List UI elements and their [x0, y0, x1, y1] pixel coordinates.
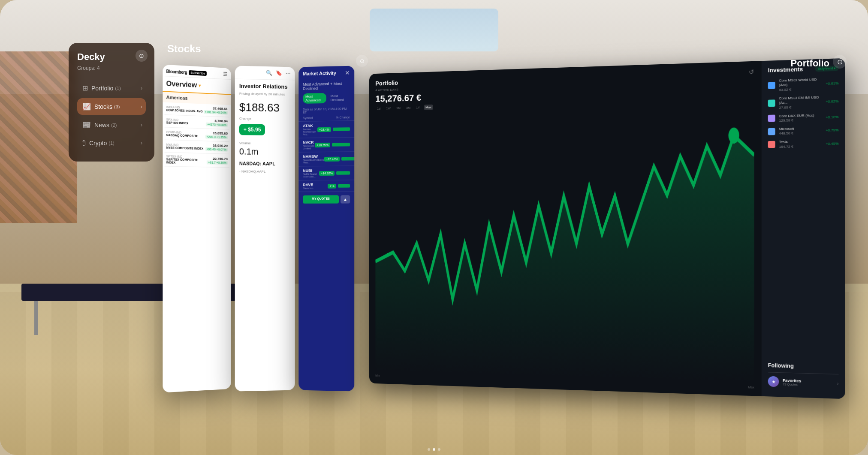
change-atak: +18.4%	[317, 127, 331, 132]
symbol-nubi: NUBI	[303, 168, 319, 173]
sidebar-groups-label: Groups: 4	[77, 65, 146, 71]
cards-area: Bloomberg Subscribe ☰ Overview ▾ America…	[163, 66, 834, 391]
bloomberg-table: INDU-IND DOW JONES INDUS. AVG 37,468.61 …	[163, 102, 231, 168]
stocks-section-header: Stocks	[167, 43, 201, 55]
market-row: ATAK Aurora Technology Acq... +18.4%	[298, 121, 354, 138]
investment-color-microsoft	[768, 128, 775, 135]
investment-item-msci-em: Core MSCI EM IMI USD (Ac... 27.69 € +0.0…	[768, 95, 839, 110]
market-card-close-icon[interactable]: ✕	[345, 69, 350, 76]
crypto-icon: ₿	[82, 139, 86, 147]
desc-nvcr: NovoCure Limited	[303, 144, 315, 150]
sidebar-item-crypto[interactable]: ₿ Crypto (1) ›	[77, 135, 146, 151]
portfolio-card-title: Portfolio	[375, 80, 398, 87]
investments-panel: Investments daily trend ▾ Core MSCI Worl…	[762, 58, 845, 399]
investment-value-msci-world: 83.02 €	[779, 87, 822, 92]
market-bottom: MY QUOTES ▲	[298, 192, 354, 207]
sidebar-icon-button[interactable]: ⊙	[136, 50, 148, 62]
portfolio-chart-svg	[375, 105, 754, 383]
investment-info-msci-world: Core MSCI World USD (Acc) 83.02 €	[779, 77, 822, 92]
sidebar-item-stocks-label: Stocks	[94, 103, 112, 110]
pagination-dot-1[interactable]	[428, 448, 430, 451]
news-chevron-icon: ›	[141, 122, 142, 128]
period-tab-max[interactable]: Max	[424, 105, 433, 110]
portfolio-card: Portfolio ↺ 4 ACTIVE DAYS 15,276.67 € 1d…	[369, 58, 845, 399]
following-avatar-favorites: ★	[768, 376, 779, 387]
desc-namsw: Nuwellis/Wellbeing Phar...	[303, 159, 324, 164]
apple-change-label: Change	[235, 116, 295, 122]
following-title: Following	[768, 362, 839, 371]
period-tab-1m[interactable]: 1M	[395, 105, 402, 111]
my-quotes-button[interactable]: MY QUOTES	[303, 195, 339, 204]
investment-change-tesla: +0.45%	[826, 141, 838, 146]
sidebar-item-portfolio-label: Portfolio	[91, 85, 113, 92]
period-tab-1y[interactable]: 1Y	[414, 105, 421, 111]
portfolio-settings-button[interactable]: ⊙	[833, 55, 847, 69]
bar-dave	[338, 184, 350, 188]
market-activity-card: Market Activity ✕ Most Advanced + Most D…	[298, 66, 354, 392]
pagination-dot-3[interactable]	[438, 448, 440, 451]
apple-volume-value: 0.1m	[235, 146, 295, 158]
bloomberg-subscribe-button[interactable]: Subscribe	[189, 70, 207, 75]
table-row: CCMP-IND NASDAQ COMPOSITE 15,055.65 +200…	[164, 127, 229, 142]
pagination-dots	[428, 448, 440, 451]
col-symbol: Symbol	[303, 116, 313, 119]
apple-investor-card: 🔍 🔖 ⋯ Investor Relations Pricing delayed…	[235, 66, 295, 391]
tab-most-advanced[interactable]: Most Advanced	[303, 93, 326, 104]
investment-info-dax: Core DAX EUR (Acc) 129.58 €	[779, 113, 822, 123]
sidebar-item-portfolio-count: (1)	[115, 86, 121, 91]
apple-search-icon[interactable]: 🔍	[266, 70, 272, 76]
market-tabs: Most Advanced Most Declined	[298, 93, 354, 107]
period-tab-1d[interactable]: 1d	[375, 106, 382, 111]
investment-info-tesla: Tesla 194.72 €	[779, 139, 822, 149]
stocks-title: Stocks	[167, 43, 201, 54]
following-item-favorites[interactable]: ★ Favorites 73 Quotes ›	[768, 372, 839, 392]
investment-item-tesla: Tesla 194.72 € +0.45%	[768, 139, 839, 149]
change-dave: +14	[328, 183, 336, 188]
investment-color-msci-em	[768, 99, 775, 107]
desc-atak: Aurora Technology Acq...	[303, 128, 317, 135]
table-row: NYA-IND NYSE COMPOSITE INDEX 16,016.29 +…	[164, 140, 229, 154]
apple-bookmark-icon[interactable]: 🔖	[276, 70, 282, 76]
investment-color-msci-world	[768, 82, 775, 89]
portfolio-refresh-icon[interactable]: ↺	[749, 68, 754, 75]
portfolio-main: Portfolio ↺ 4 ACTIVE DAYS 15,276.67 € 1d…	[369, 61, 762, 396]
market-row: DAVE Dave Inc. +14	[298, 180, 354, 192]
investment-change-msci-em: +0.02%	[826, 99, 838, 104]
tab-most-declined[interactable]: Most Declined	[328, 93, 350, 103]
period-tab-1w[interactable]: 1W	[384, 105, 392, 111]
sidebar: Decky ⊙ Groups: 4 ⊞ Portfolio (1) › 📈 St…	[69, 43, 154, 162]
sidebar-item-stocks[interactable]: 📈 Stocks (3) ›	[77, 98, 146, 115]
symbol-atak: ATAK	[303, 123, 317, 128]
bloomberg-card: Bloomberg Subscribe ☰ Overview ▾ America…	[163, 65, 231, 393]
change-nvcr: +18.75%	[315, 142, 330, 147]
apple-ticker: NASDAQ: AAPL	[235, 157, 295, 170]
market-expand-button[interactable]: ▲	[341, 195, 350, 204]
stocks-icon: 📈	[82, 102, 91, 111]
sidebar-item-news[interactable]: 📰 News (2) ›	[77, 117, 146, 133]
apple-ticker-sub: - NASDAQ:AAPL	[235, 169, 295, 177]
apple-card-title: Investor Relations	[235, 79, 295, 92]
market-card-subtitle: Most Advanced + Most Declined	[298, 80, 354, 94]
sidebar-item-portfolio[interactable]: ⊞ Portfolio (1) ›	[77, 80, 146, 96]
market-date: Data as of Jan 18, 2024 4:00 PM ET	[298, 106, 354, 117]
market-row: NUBI NuBii Brand Internatio... +14.92%	[298, 166, 354, 180]
investment-name-msci-world: Core MSCI World USD (Acc)	[779, 77, 822, 88]
period-tab-3m[interactable]: 3M	[404, 105, 412, 111]
investment-item-dax: Core DAX EUR (Acc) 129.58 € +0.10%	[768, 113, 839, 123]
portfolio-icon: ⊞	[82, 84, 88, 92]
stocks-chevron-icon: ›	[141, 104, 142, 110]
investment-value-tesla: 194.72 €	[779, 144, 822, 149]
apple-more-icon[interactable]: ⋯	[286, 70, 291, 76]
bar-nubi	[336, 171, 350, 175]
pagination-dot-2[interactable]	[433, 448, 435, 451]
bloomberg-menu-icon[interactable]: ☰	[223, 71, 228, 77]
bar-nvcr	[332, 143, 350, 146]
apple-volume-label: Volume	[235, 138, 295, 147]
portfolio-section-header: Portfolio	[791, 58, 829, 69]
apple-change-badge: + $5.95	[239, 124, 265, 135]
following-section: Following ★ Favorites 73 Quotes ›	[768, 362, 839, 392]
sidebar-item-stocks-count: (3)	[114, 104, 120, 109]
market-card-header: Market Activity ✕	[298, 66, 354, 81]
investment-item-microsoft: Microsoft 448.50 € +0.79%	[768, 126, 839, 136]
stocks-settings-button[interactable]: ⊙	[356, 55, 368, 67]
